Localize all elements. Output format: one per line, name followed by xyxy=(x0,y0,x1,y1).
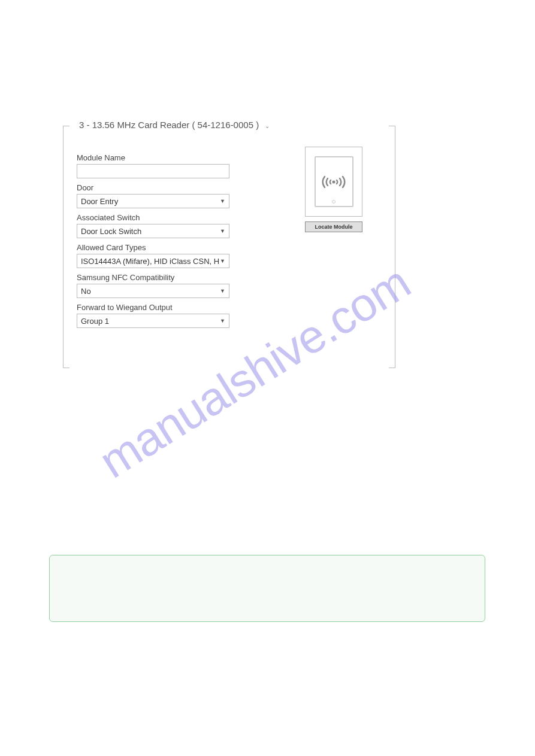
locate-module-label: Locate Module xyxy=(315,224,352,230)
module-name-input[interactable] xyxy=(77,164,229,178)
fieldset-legend[interactable]: 3 - 13.56 MHz Card Reader ( 54-1216-0005… xyxy=(77,120,272,130)
preview-frame xyxy=(305,147,362,217)
caret-down-icon: ▼ xyxy=(220,198,225,204)
chevron-down-icon: ⌄ xyxy=(265,123,270,129)
wiegand-select[interactable]: Group 1 ▼ xyxy=(77,314,229,328)
door-select[interactable]: Door Entry ▼ xyxy=(77,194,229,208)
allowed-card-types-select[interactable]: ISO14443A (Mifare), HID iClass CSN, H ▼ xyxy=(77,254,229,268)
associated-switch-value: Door Lock Switch xyxy=(81,227,220,236)
wiegand-value: Group 1 xyxy=(81,317,220,326)
caret-down-icon: ▼ xyxy=(220,228,225,234)
info-box xyxy=(49,555,485,622)
samsung-nfc-value: No xyxy=(81,287,220,296)
legend-title: 3 - 13.56 MHz Card Reader ( 54-1216-0005… xyxy=(79,120,259,130)
wiegand-label: Forward to Wiegand Output xyxy=(77,303,232,312)
module-name-label: Module Name xyxy=(77,153,232,162)
caret-down-icon: ▼ xyxy=(220,258,225,264)
associated-switch-select[interactable]: Door Lock Switch ▼ xyxy=(77,224,229,238)
samsung-nfc-select[interactable]: No ▼ xyxy=(77,284,229,298)
associated-switch-label: Associated Switch xyxy=(77,213,232,222)
caret-down-icon: ▼ xyxy=(220,288,225,294)
svg-point-0 xyxy=(333,180,335,183)
door-label: Door xyxy=(77,183,232,192)
module-preview: Locate Module xyxy=(305,147,362,232)
door-select-value: Door Entry xyxy=(81,197,220,206)
locate-module-button[interactable]: Locate Module xyxy=(305,221,362,232)
allowed-card-types-label: Allowed Card Types xyxy=(77,243,232,252)
allowed-card-types-value: ISO14443A (Mifare), HID iClass CSN, H xyxy=(81,257,220,266)
form-area: Module Name Door Door Entry ▼ Associated… xyxy=(77,148,232,328)
nfc-signal-icon xyxy=(321,174,346,190)
caret-down-icon: ▼ xyxy=(220,318,225,324)
device-illustration xyxy=(315,156,353,207)
samsung-nfc-label: Samsung NFC Compatibility xyxy=(77,273,232,282)
